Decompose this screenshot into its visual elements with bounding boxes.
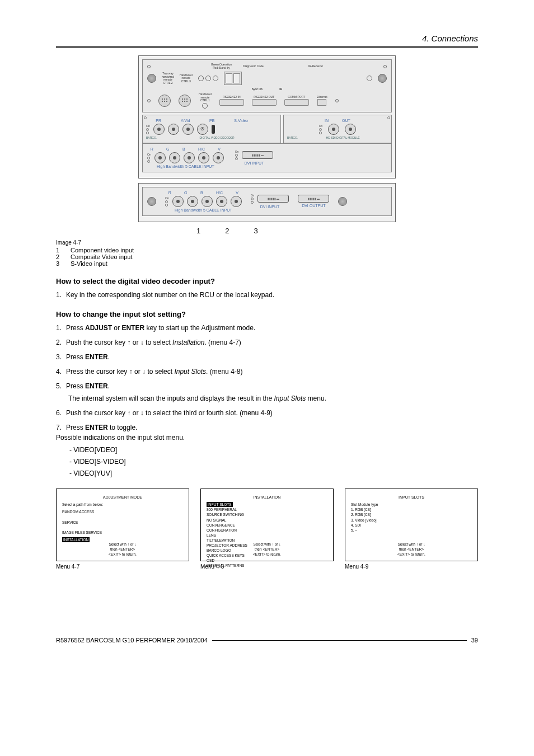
term-icon [212,125,215,134]
diag-label: Diagnostic Code [243,65,264,68]
rs232-in-label: RS232/422 IN [223,96,240,99]
chapter-title: 4. Connections [56,34,478,43]
ir-small-label: IR [279,87,282,91]
panel-dot [147,99,151,102]
diag-display [224,72,242,85]
step: 6.Push the cursor key ↑ or ↓ to select t… [56,408,478,418]
on-switch: On [319,124,323,134]
ir-label: IR-Receiver [308,65,323,68]
step: 7.Press ENTER to toggle. Possible indica… [56,422,478,478]
v-label: V [218,147,221,151]
callout-legend: 1Component video input 2Composite Video … [56,247,478,267]
on-switch: On [147,153,151,163]
bnc-b-icon [202,196,213,207]
v-label: V [236,191,238,195]
led-label: Green:Operation Red:Stand-by [211,63,232,69]
bnc-r-icon [154,152,166,163]
svideo-port-icon: ⦿ [197,124,208,135]
step: 4.Press the cursor key ↑ or ↓ to select … [56,367,478,377]
sdi-out-label: OUT [342,119,350,123]
bnc-pr-icon [153,124,165,135]
step: 1.Key in the corresponding slot number o… [56,290,478,300]
page-number: 39 [471,637,478,644]
sdi-in-label: IN [325,119,329,123]
brand-label: BARCO. [146,136,157,139]
din-connector-icon [158,95,171,107]
bnc-v-icon [231,196,242,207]
db9-port-icon [284,99,309,106]
menu-caption: Menu 4-9 [345,564,478,570]
ctrl3-label: Hardwired remote CTRL 3 [180,74,193,83]
screw-icon [147,74,156,83]
eth-label: Ethernet [317,96,327,99]
bnc-b-icon [184,152,195,163]
b-label: B [200,191,203,195]
on-switch: On [165,196,169,206]
status-led-icon [198,76,204,81]
section2-heading: How to change the input slot setting? [56,310,478,318]
panel-dot [383,65,387,68]
db9-port-icon [219,99,244,106]
dvi-in-title: DVI INPUT [235,161,274,165]
panel-dot [147,65,151,68]
sdi-title: HD SDI DIGITAL MODULE [326,136,360,139]
pr-label: PR [156,119,161,123]
step: 3.Press ENTER. [56,352,478,362]
ir-receiver-icon [367,76,372,81]
db9-port-icon [252,99,277,106]
connector-diagram: Green:Operation Red:Stand-by Diagnostic … [138,55,396,235]
callout-numbers: 1 2 3 [138,227,396,235]
option-list: VIDEO[VDEO] VIDEO[S-VIDEO] VIDEO[YUV] [77,445,478,478]
image-caption: Image 4-7 [56,240,478,246]
step-subtext: Possible indications on the input slot m… [56,433,478,443]
ctrl1-label: Hardwired remote CTRL 1 [199,93,212,102]
status-led-icon [213,76,218,81]
menu-4-8: INSTALLATION INPUT SLOTS 800 PERIPHERAL … [200,489,334,561]
hc-label: H/C [198,147,205,151]
callout-3: 3 [254,227,257,235]
yvid-label: Y/Vid [181,119,190,123]
sdi-in-icon [328,124,339,135]
screw-icon [147,197,156,206]
sync-label: Sync OK [252,87,263,91]
brand-label: BARCO. [287,136,298,139]
menu-caption: Menu 4-7 [56,564,189,570]
dvi-port-icon: ▮▮▮▮▮ ▬ [298,195,329,203]
on-switch: On [251,194,255,204]
5cable-title: High Bandwidth 5 CABLE INPUT [147,165,224,168]
screw-icon [338,197,347,206]
jack-icon [202,103,208,109]
bnc-hc-icon [198,152,209,163]
step: 5.Press ENTER. The internal system will … [56,381,478,403]
bnc-g-icon [169,152,180,163]
step: 1.Press ADJUST or ENTER key to start up … [56,323,478,333]
bnc-hc-icon [216,196,227,207]
ethernet-port-icon [317,99,326,106]
section1-heading: How to select the digital video decoder … [56,277,478,285]
step: 2.Push the cursor key ↑ or ↓ to select I… [56,337,478,348]
callout-2: 2 [225,227,229,235]
rs232-out-label: RS232/422 OUT [254,96,274,99]
sdi-out-icon [345,124,356,135]
bnc-g-icon [187,196,198,207]
on-switch: On [235,150,239,160]
status-led-icon [205,76,211,81]
menu-4-7: ADJUSTMENT MODE Select a path from below… [56,489,189,561]
header-rule [56,46,478,48]
decoder-title: DIGITAL VIDEO DECODER [199,136,234,139]
dvi-port-icon: ▮▮▮▮▮ ▬ [242,151,273,159]
bnc-v-icon [213,152,224,163]
comm-label: COMM PORT [288,96,305,99]
ctrl2-label: Two way hardwired remote CTRL 2 [162,72,174,84]
r-label: R [168,191,171,195]
dvi-in-title: DVI INPUT [251,205,289,209]
doc-id: R5976562 BARCOSLM G10 PERFORMER 20/10/20… [56,637,208,644]
callout-1: 1 [196,227,200,235]
on-switch: On [146,124,150,134]
menu-4-9: INPUT SLOTS Slot Module type 1. RGB [CS]… [345,489,478,561]
g-label: G [184,191,187,195]
dvi-out-title: DVI OUTPUT [298,204,329,208]
step-note: The internal system will scan the inputs… [68,393,478,403]
hc-label: H/C [216,191,223,195]
screw-icon [378,74,387,83]
